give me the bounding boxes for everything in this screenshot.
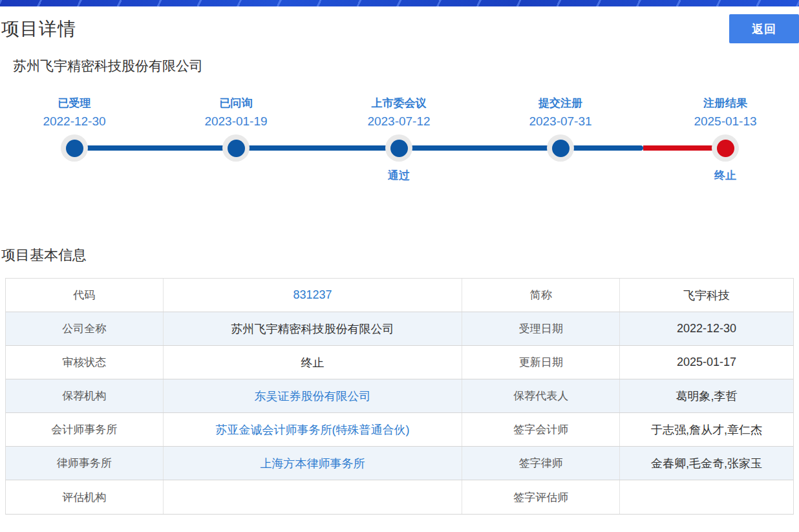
info-label-cell: 签字评估师 <box>462 480 620 514</box>
timeline-stage-name: 上市委会议 <box>318 96 480 111</box>
info-value-cell: 飞宇科技 <box>620 279 793 312</box>
timeline-stage-label: 已问询2023-01-19 <box>155 96 317 129</box>
info-value-cell <box>620 480 793 514</box>
info-link-cell[interactable]: 831237 <box>164 279 463 312</box>
timeline-stage-date: 2025-01-13 <box>645 114 799 129</box>
timeline-stage-date: 2023-07-12 <box>318 114 480 129</box>
info-value-cell: 2025-01-17 <box>620 346 793 379</box>
info-label-cell: 受理日期 <box>462 312 620 345</box>
info-label-cell: 审核状态 <box>6 346 164 379</box>
info-label-cell: 简称 <box>462 279 620 312</box>
info-label-cell: 保荐机构 <box>6 379 164 412</box>
timeline-stage-status: 终止 <box>645 168 799 183</box>
timeline-stage-date: 2023-07-31 <box>480 114 641 129</box>
info-link-cell[interactable]: 东吴证券股份有限公司 <box>164 379 463 412</box>
info-link-cell[interactable]: 上海方本律师事务所 <box>164 447 463 480</box>
info-value-cell: 金春卿,毛金奇,张家玉 <box>620 447 793 480</box>
info-label-cell: 签字律师 <box>462 447 620 480</box>
info-label-cell: 保荐代表人 <box>462 379 620 412</box>
timeline-stage-label: 提交注册2023-07-31 <box>480 96 641 129</box>
info-label-cell: 律师事务所 <box>6 447 164 480</box>
timeline-node-dot-red <box>717 140 734 157</box>
info-label-cell: 公司全称 <box>6 312 164 345</box>
info-link-cell[interactable]: 苏亚金诚会计师事务所(特殊普通合伙) <box>164 413 463 446</box>
info-value-cell <box>164 480 463 514</box>
info-label-cell: 更新日期 <box>462 346 620 379</box>
project-detail-page: 项目详情 返回 苏州飞宇精密科技股份有限公司 已受理2022-12-30已问询2… <box>0 0 799 532</box>
info-value-cell: 于志强,詹从才,章仁杰 <box>620 413 793 446</box>
timeline-stage-name: 提交注册 <box>480 96 641 111</box>
info-value-cell: 2022-12-30 <box>620 312 793 345</box>
table-row: 会计师事务所苏亚金诚会计师事务所(特殊普通合伙)签字会计师于志强,詹从才,章仁杰 <box>6 413 793 447</box>
timeline-node-dot-blue <box>228 140 245 157</box>
info-value-cell: 葛明象,李哲 <box>620 379 793 412</box>
info-label-cell: 签字会计师 <box>462 413 620 446</box>
info-label-cell: 代码 <box>6 279 164 312</box>
basic-info-table: 代码831237简称飞宇科技公司全称苏州飞宇精密科技股份有限公司受理日期2022… <box>5 278 794 515</box>
info-label-cell: 评估机构 <box>6 480 164 514</box>
timeline-stage-status: 通过 <box>318 168 480 183</box>
table-row: 保荐机构东吴证券股份有限公司保荐代表人葛明象,李哲 <box>6 379 793 413</box>
timeline-stage-name: 注册结果 <box>645 96 799 111</box>
timeline-stage-name: 已问询 <box>155 96 317 111</box>
table-row: 律师事务所上海方本律师事务所签字律师金春卿,毛金奇,张家玉 <box>6 447 793 480</box>
basic-info-heading: 项目基本信息 <box>1 246 87 265</box>
timeline-stage-label: 注册结果2025-01-13 <box>645 96 799 129</box>
timeline-stage-date: 2023-01-19 <box>155 114 317 129</box>
timeline-stage-date: 2022-12-30 <box>0 114 155 129</box>
timeline-stage-label: 上市委会议2023-07-12 <box>318 96 480 129</box>
info-value-cell: 苏州飞宇精密科技股份有限公司 <box>164 312 463 345</box>
table-row: 代码831237简称飞宇科技 <box>6 279 793 312</box>
timeline-stage-label: 已受理2022-12-30 <box>0 96 155 129</box>
timeline-node-dot-blue <box>390 140 408 157</box>
info-label-cell: 会计师事务所 <box>6 413 164 446</box>
table-row: 审核状态终止更新日期2025-01-17 <box>6 346 793 379</box>
table-row: 公司全称苏州飞宇精密科技股份有限公司受理日期2022-12-30 <box>6 312 793 346</box>
table-row: 评估机构签字评估师 <box>6 480 793 514</box>
timeline-node-dot-blue <box>552 140 570 157</box>
info-value-cell: 终止 <box>164 346 463 379</box>
review-timeline: 已受理2022-12-30已问询2023-01-19上市委会议2023-07-1… <box>0 0 799 213</box>
timeline-stage-name: 已受理 <box>0 96 155 111</box>
timeline-node-dot-blue <box>66 140 83 157</box>
